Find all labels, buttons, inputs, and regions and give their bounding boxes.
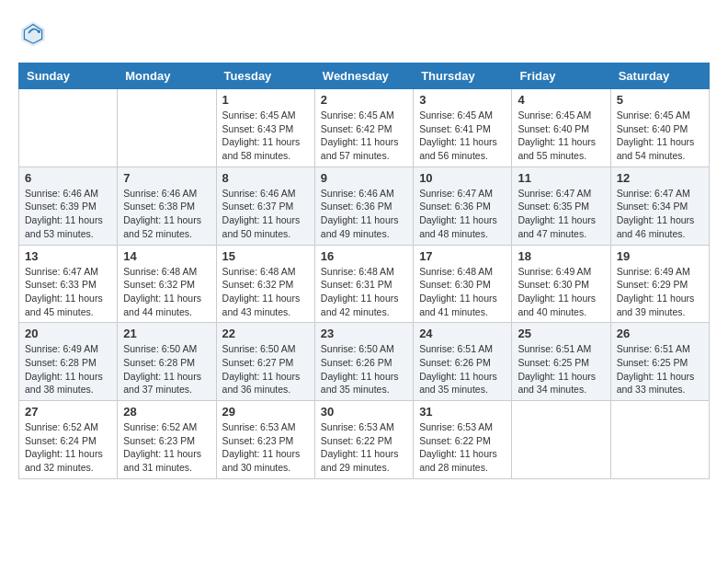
sunset-text: Sunset: 6:23 PM (123, 435, 195, 446)
day-number: 25 (518, 327, 604, 340)
sunrise-text: Sunrise: 6:50 AM (321, 343, 394, 354)
day-info: Sunrise: 6:51 AM Sunset: 6:25 PM Dayligh… (518, 342, 604, 396)
day-info: Sunrise: 6:50 AM Sunset: 6:28 PM Dayligh… (123, 342, 210, 396)
daylight-text: Daylight: 11 hours and 36 minutes. (222, 371, 301, 396)
day-info: Sunrise: 6:48 AM Sunset: 6:30 PM Dayligh… (419, 265, 506, 319)
svg-point-2 (38, 30, 40, 33)
day-number: 26 (617, 327, 703, 340)
sunrise-text: Sunrise: 6:49 AM (518, 266, 591, 277)
calendar-cell: 30 Sunrise: 6:53 AM Sunset: 6:22 PM Dayl… (314, 401, 413, 479)
sunrise-text: Sunrise: 6:49 AM (617, 266, 690, 277)
calendar-cell (610, 401, 709, 479)
daylight-text: Daylight: 11 hours and 38 minutes. (25, 371, 103, 396)
day-number: 19 (617, 249, 703, 263)
calendar-cell: 29 Sunrise: 6:53 AM Sunset: 6:23 PM Dayl… (216, 401, 314, 479)
sunrise-text: Sunrise: 6:45 AM (321, 109, 394, 121)
sunset-text: Sunset: 6:25 PM (518, 357, 589, 368)
sunrise-text: Sunrise: 6:48 AM (222, 266, 296, 277)
day-info: Sunrise: 6:53 AM Sunset: 6:22 PM Dayligh… (321, 420, 407, 475)
sunset-text: Sunset: 6:28 PM (25, 357, 97, 368)
sunrise-text: Sunrise: 6:48 AM (419, 266, 493, 277)
sunset-text: Sunset: 6:29 PM (617, 279, 688, 290)
day-header-wednesday: Wednesday (314, 63, 413, 89)
sunset-text: Sunset: 6:30 PM (518, 279, 589, 290)
day-info: Sunrise: 6:49 AM Sunset: 6:30 PM Dayligh… (518, 265, 604, 319)
day-number: 22 (222, 327, 309, 340)
daylight-text: Daylight: 11 hours and 52 minutes. (123, 214, 201, 239)
daylight-text: Daylight: 11 hours and 54 minutes. (617, 136, 695, 161)
svg-marker-0 (21, 21, 45, 46)
day-info: Sunrise: 6:46 AM Sunset: 6:37 PM Dayligh… (222, 187, 309, 241)
calendar-cell: 23 Sunrise: 6:50 AM Sunset: 6:26 PM Dayl… (314, 323, 413, 401)
day-number: 9 (321, 171, 407, 185)
day-number: 24 (419, 327, 506, 340)
day-number: 1 (222, 93, 309, 107)
day-number: 8 (222, 171, 309, 185)
daylight-text: Daylight: 11 hours and 42 minutes. (321, 293, 399, 317)
day-number: 10 (419, 171, 506, 185)
day-number: 14 (123, 249, 210, 263)
daylight-text: Daylight: 11 hours and 33 minutes. (617, 371, 695, 396)
day-number: 29 (222, 405, 309, 419)
day-number: 31 (419, 405, 506, 419)
daylight-text: Daylight: 11 hours and 34 minutes. (518, 371, 596, 396)
sunset-text: Sunset: 6:38 PM (123, 201, 195, 212)
calendar-cell: 21 Sunrise: 6:50 AM Sunset: 6:28 PM Dayl… (118, 323, 216, 401)
day-info: Sunrise: 6:51 AM Sunset: 6:25 PM Dayligh… (617, 342, 703, 396)
daylight-text: Daylight: 11 hours and 35 minutes. (321, 371, 399, 396)
calendar-cell (19, 89, 118, 167)
calendar-cell: 28 Sunrise: 6:52 AM Sunset: 6:23 PM Dayl… (118, 401, 216, 479)
sunrise-text: Sunrise: 6:52 AM (123, 421, 197, 432)
daylight-text: Daylight: 11 hours and 30 minutes. (222, 448, 301, 473)
day-number: 4 (518, 93, 604, 107)
sunset-text: Sunset: 6:42 PM (321, 123, 392, 134)
calendar-cell: 2 Sunrise: 6:45 AM Sunset: 6:42 PM Dayli… (314, 89, 413, 167)
sunrise-text: Sunrise: 6:52 AM (25, 421, 98, 432)
daylight-text: Daylight: 11 hours and 45 minutes. (25, 293, 103, 317)
sunrise-text: Sunrise: 6:45 AM (222, 109, 296, 121)
day-number: 7 (123, 171, 210, 185)
sunset-text: Sunset: 6:36 PM (419, 201, 491, 212)
day-info: Sunrise: 6:49 AM Sunset: 6:28 PM Dayligh… (25, 342, 111, 396)
day-number: 12 (617, 171, 703, 185)
sunset-text: Sunset: 6:27 PM (222, 357, 294, 368)
daylight-text: Daylight: 11 hours and 32 minutes. (25, 448, 103, 473)
day-info: Sunrise: 6:46 AM Sunset: 6:39 PM Dayligh… (25, 187, 111, 241)
daylight-text: Daylight: 11 hours and 58 minutes. (222, 136, 301, 161)
logo (18, 18, 51, 48)
day-info: Sunrise: 6:48 AM Sunset: 6:32 PM Dayligh… (123, 265, 210, 319)
calendar-cell: 10 Sunrise: 6:47 AM Sunset: 6:36 PM Dayl… (414, 167, 512, 245)
day-info: Sunrise: 6:51 AM Sunset: 6:26 PM Dayligh… (419, 342, 506, 396)
day-number: 2 (321, 93, 407, 107)
day-info: Sunrise: 6:49 AM Sunset: 6:29 PM Dayligh… (617, 265, 703, 319)
sunset-text: Sunset: 6:32 PM (123, 279, 195, 290)
sunset-text: Sunset: 6:31 PM (321, 279, 392, 290)
calendar-cell: 11 Sunrise: 6:47 AM Sunset: 6:35 PM Dayl… (512, 167, 610, 245)
sunrise-text: Sunrise: 6:51 AM (518, 343, 591, 354)
day-info: Sunrise: 6:48 AM Sunset: 6:31 PM Dayligh… (321, 265, 407, 319)
day-info: Sunrise: 6:47 AM Sunset: 6:35 PM Dayligh… (518, 187, 604, 241)
sunrise-text: Sunrise: 6:49 AM (25, 343, 98, 354)
page-header (18, 18, 710, 48)
day-info: Sunrise: 6:45 AM Sunset: 6:42 PM Dayligh… (321, 109, 407, 163)
calendar-cell: 12 Sunrise: 6:47 AM Sunset: 6:34 PM Dayl… (610, 167, 709, 245)
day-number: 13 (25, 249, 111, 263)
calendar-cell: 31 Sunrise: 6:53 AM Sunset: 6:22 PM Dayl… (414, 401, 512, 479)
daylight-text: Daylight: 11 hours and 44 minutes. (123, 293, 201, 317)
day-number: 15 (222, 249, 309, 263)
day-number: 16 (321, 249, 407, 263)
sunset-text: Sunset: 6:25 PM (617, 357, 688, 368)
daylight-text: Daylight: 11 hours and 48 minutes. (419, 214, 497, 239)
sunset-text: Sunset: 6:39 PM (25, 201, 97, 212)
sunset-text: Sunset: 6:30 PM (419, 279, 491, 290)
day-info: Sunrise: 6:47 AM Sunset: 6:36 PM Dayligh… (419, 187, 506, 241)
calendar-cell: 1 Sunrise: 6:45 AM Sunset: 6:43 PM Dayli… (216, 89, 314, 167)
calendar-week-row: 1 Sunrise: 6:45 AM Sunset: 6:43 PM Dayli… (19, 89, 710, 167)
day-info: Sunrise: 6:45 AM Sunset: 6:40 PM Dayligh… (617, 109, 703, 163)
sunset-text: Sunset: 6:36 PM (321, 201, 392, 212)
day-header-saturday: Saturday (610, 63, 709, 89)
daylight-text: Daylight: 11 hours and 28 minutes. (419, 448, 497, 473)
sunset-text: Sunset: 6:26 PM (321, 357, 392, 368)
daylight-text: Daylight: 11 hours and 55 minutes. (518, 136, 596, 161)
sunrise-text: Sunrise: 6:47 AM (617, 188, 690, 199)
